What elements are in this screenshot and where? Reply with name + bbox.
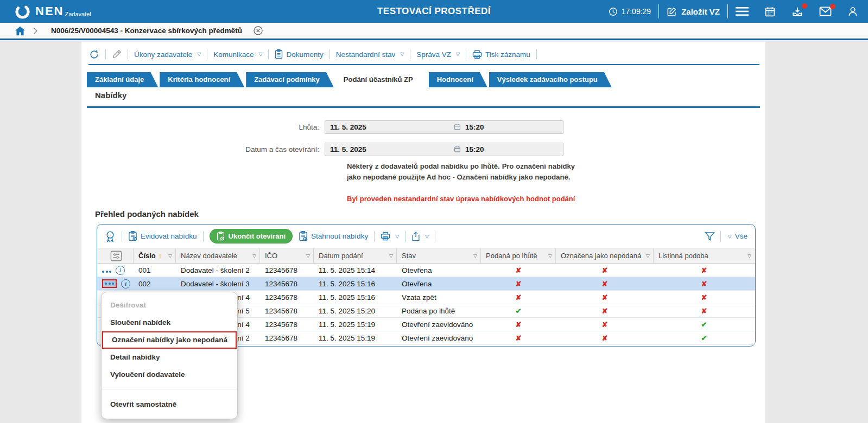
late-offer-notice: Některý z dodavatelů podal nabídku po lh…	[347, 161, 575, 183]
tab[interactable]: Podání účastníků ZP	[335, 72, 427, 87]
notification-badge	[830, 4, 835, 9]
calendar-icon[interactable]	[764, 6, 776, 17]
column-filter-icon[interactable]: ▽	[548, 253, 552, 259]
chevron-down-icon: ▽	[395, 234, 399, 239]
refresh-icon[interactable]	[89, 49, 99, 60]
table-toolbar: Evidovat nabídku Ukončit otevírání Stáhn…	[97, 225, 755, 248]
edit-record-icon[interactable]	[112, 49, 122, 59]
cell-datum-podani: 11. 5. 2025 15:16	[314, 293, 397, 302]
row-info-icon[interactable]: i	[116, 266, 125, 275]
column-filter-icon[interactable]: ▽	[473, 253, 477, 259]
column-header-datum[interactable]: Datum podání▽	[314, 248, 397, 263]
po-lhute-cross-mark: ✘	[516, 266, 522, 274]
table-row[interactable]: i002Dodavatel - školení 31234567811. 5. …	[97, 277, 755, 291]
listinna-cross-mark: ✘	[701, 280, 707, 288]
server-time: 17:09:29	[622, 7, 651, 16]
home-icon[interactable]	[15, 26, 26, 36]
tab[interactable]: Základní údaje	[87, 72, 158, 87]
column-settings-icon[interactable]	[102, 251, 130, 261]
menu-nestandardni-stav[interactable]: Nestandardní stav▽	[336, 50, 404, 59]
user-profile-icon[interactable]	[847, 6, 858, 17]
datum-otevirani-field[interactable]: 11. 5. 2025 15:20	[325, 143, 563, 156]
seal-award-icon[interactable]	[105, 230, 116, 242]
column-header-ico[interactable]: IČO▽	[260, 248, 314, 263]
context-menu-item[interactable]: Otevřít samostatně	[102, 396, 237, 413]
menu-tisk-zaznamu[interactable]: Tisk záznamu	[472, 50, 530, 59]
clipboard-plus-icon	[128, 231, 137, 241]
menu-dokumenty[interactable]: Dokumenty	[275, 49, 323, 59]
cell-stav: Otevřena	[397, 280, 481, 288]
context-menu-item[interactable]: Označení nabídky jako nepodaná	[102, 331, 237, 349]
column-header-nazev[interactable]: Název dodavatele▽	[176, 248, 260, 263]
menu-sprava-vz[interactable]: Správa VZ▽	[416, 50, 460, 59]
toolbar-separator	[536, 49, 537, 59]
cell-cislo: 002	[134, 280, 176, 288]
column-header-stav[interactable]: Stav▽	[397, 248, 481, 263]
toolbar-separator	[122, 231, 122, 242]
toolbar-separator	[128, 49, 128, 59]
create-vz-button[interactable]: Založit VZ	[667, 7, 720, 17]
po-lhute-cross-mark: ✘	[516, 293, 522, 302]
po-lhute-cross-mark: ✘	[516, 334, 522, 342]
printer-icon	[472, 50, 482, 59]
lhuta-time-value[interactable]: 15:20	[461, 123, 484, 131]
column-header-nepodana[interactable]: Označena jako nepodaná▽	[556, 248, 654, 263]
lhuta-field[interactable]: 11. 5. 2025 15:20	[325, 120, 563, 134]
notification-badge	[802, 3, 807, 9]
row-actions-menu-button[interactable]	[102, 266, 111, 274]
column-header-po-lhute[interactable]: Podaná po lhůtě▽	[481, 248, 556, 263]
tab[interactable]: Kritéria hodnocení	[160, 72, 244, 87]
inbox-downloads-icon[interactable]	[791, 6, 803, 17]
filter-funnel-icon[interactable]	[705, 232, 715, 241]
column-filter-icon[interactable]: ▽	[306, 253, 310, 259]
toolbar-separator	[374, 231, 375, 242]
column-filter-icon[interactable]: ▽	[747, 253, 751, 259]
column-header-cislo[interactable]: Číslo↑▽	[134, 248, 176, 263]
clock-icon	[609, 7, 618, 16]
filter-scope-select[interactable]: ▽Vše	[726, 232, 747, 240]
toolbar-separator	[435, 231, 435, 242]
stahnout-nabidky-button[interactable]: Stáhnout nabídky	[299, 231, 368, 241]
evidovat-nabidku-button[interactable]: Evidovat nabídku	[128, 231, 197, 241]
close-record-icon[interactable]	[253, 25, 263, 36]
otevirani-time-value[interactable]: 15:20	[461, 145, 484, 153]
chevron-down-icon: ▽	[197, 52, 201, 57]
column-filter-icon[interactable]: ▽	[389, 253, 393, 259]
menu-komunikace[interactable]: Komunikace▽	[213, 50, 262, 59]
mail-icon[interactable]	[819, 7, 832, 16]
toolbar-separator	[405, 231, 406, 242]
toolbar-separator	[207, 49, 207, 59]
column-filter-icon[interactable]: ▽	[252, 253, 256, 259]
context-menu-item[interactable]: Sloučení nabídek	[102, 314, 237, 331]
row-info-icon[interactable]: i	[121, 279, 130, 289]
po-lhute-check-mark: ✔	[516, 307, 522, 315]
column-header-listinna[interactable]: Listinná podoba▽	[654, 248, 755, 263]
calendar-small-icon[interactable]	[454, 145, 461, 153]
clipboard-check-icon	[217, 232, 225, 241]
tab[interactable]: Hodnocení	[429, 72, 487, 87]
export-share-button[interactable]: ▽	[411, 232, 429, 241]
menu-ukony-zadavatele[interactable]: Úkony zadavatele▽	[134, 50, 201, 59]
nen-logo-icon	[14, 3, 31, 20]
context-menu-item[interactable]: Detail nabídky	[102, 349, 237, 366]
breadcrumb-record[interactable]: N006/25/V00004543 - Konzervace sbírkovýc…	[51, 27, 242, 35]
cell-ico: 12345678	[260, 280, 314, 288]
nen-home-logo[interactable]: NEN Zadavatel	[14, 3, 91, 20]
context-menu-item[interactable]: Vyloučení dodavatele	[102, 366, 237, 383]
cell-ico: 12345678	[260, 266, 314, 274]
table-section-title: Přehled podaných nabídek	[95, 209, 199, 219]
hamburger-menu-icon[interactable]	[736, 7, 749, 16]
context-menu: DešifrovatSloučení nabídekOznačení nabíd…	[101, 292, 238, 419]
ukoncit-otevirani-button[interactable]: Ukončit otevírání	[210, 229, 293, 243]
print-table-button[interactable]: ▽	[381, 232, 399, 241]
lhuta-date-value[interactable]: 11. 5. 2025	[325, 123, 454, 131]
column-filter-icon[interactable]: ▽	[646, 253, 650, 259]
row-actions-menu-button-active[interactable]	[102, 279, 117, 288]
tab[interactable]: Výsledek zadávacího postupu	[489, 72, 612, 87]
calendar-small-icon[interactable]	[454, 123, 461, 131]
table-row[interactable]: i001Dodavatel - školení 21234567811. 5. …	[97, 264, 755, 277]
column-filter-icon[interactable]: ▽	[168, 253, 172, 259]
otevirani-date-value[interactable]: 11. 5. 2025	[325, 145, 454, 153]
tab[interactable]: Zadávací podmínky	[246, 72, 334, 87]
po-lhute-cross-mark: ✘	[516, 321, 522, 329]
